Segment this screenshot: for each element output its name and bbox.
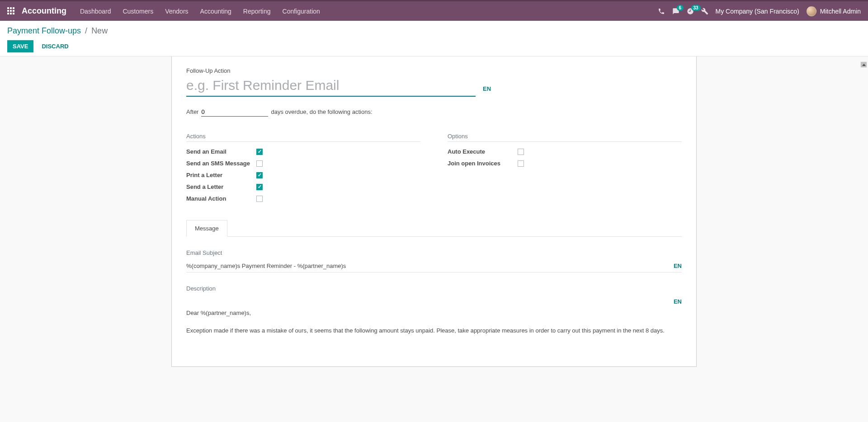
navbar-right: 6 33 My Company (San Francisco) Mitchell… bbox=[658, 6, 861, 16]
form-sheet: Follow-Up Action EN After days overdue, … bbox=[171, 56, 697, 367]
join-invoices-label: Join open Invoices bbox=[448, 160, 518, 167]
auto-execute-label: Auto Execute bbox=[448, 148, 518, 155]
top-navbar: Accounting Dashboard Customers Vendors A… bbox=[0, 0, 868, 21]
send-letter-label: Send a Letter bbox=[186, 183, 256, 190]
save-button[interactable]: SAVE bbox=[7, 40, 33, 52]
manual-action-checkbox[interactable] bbox=[256, 196, 263, 202]
app-brand[interactable]: Accounting bbox=[22, 6, 66, 16]
activities-icon[interactable]: 33 bbox=[687, 8, 694, 15]
followup-action-input[interactable] bbox=[186, 76, 476, 97]
send-letter-checkbox[interactable] bbox=[256, 184, 263, 190]
apps-icon[interactable] bbox=[7, 7, 15, 15]
avatar bbox=[807, 6, 816, 16]
company-selector[interactable]: My Company (San Francisco) bbox=[716, 8, 799, 15]
subject-lang-button[interactable]: EN bbox=[674, 263, 682, 269]
scroll-up-indicator[interactable] bbox=[860, 61, 867, 68]
send-sms-label: Send an SMS Message bbox=[186, 160, 256, 167]
manual-action-label: Manual Action bbox=[186, 195, 256, 202]
phone-icon[interactable] bbox=[658, 8, 665, 15]
debug-icon[interactable] bbox=[701, 8, 708, 15]
send-email-checkbox[interactable] bbox=[256, 149, 263, 155]
description-editor[interactable]: Dear %(partner_name)s, Exception made if… bbox=[186, 309, 682, 336]
main-menu: Dashboard Customers Vendors Accounting R… bbox=[80, 8, 320, 15]
activities-badge: 33 bbox=[691, 5, 701, 11]
title-lang-button[interactable]: EN bbox=[483, 85, 491, 97]
send-sms-checkbox[interactable] bbox=[256, 160, 263, 167]
actions-column: Actions Send an Email Send an SMS Messag… bbox=[186, 133, 420, 207]
messages-badge: 6 bbox=[677, 5, 684, 11]
control-buttons: SAVE DISCARD bbox=[7, 40, 861, 52]
menu-vendors[interactable]: Vendors bbox=[165, 8, 188, 15]
send-email-label: Send an Email bbox=[186, 148, 256, 155]
description-label: Description bbox=[186, 285, 682, 292]
actions-title: Actions bbox=[186, 133, 420, 142]
options-column: Options Auto Execute Join open Invoices bbox=[448, 133, 682, 207]
menu-accounting[interactable]: Accounting bbox=[200, 8, 231, 15]
messages-icon[interactable]: 6 bbox=[672, 8, 679, 15]
days-overdue-input[interactable] bbox=[201, 108, 268, 117]
email-subject-value[interactable]: %(company_name)s Payment Reminder - %(pa… bbox=[186, 263, 674, 269]
email-subject-label: Email Subject bbox=[186, 249, 682, 256]
after-sentence: After days overdue, do the following act… bbox=[186, 108, 682, 117]
breadcrumb-parent[interactable]: Payment Follow-ups bbox=[7, 26, 81, 35]
menu-reporting[interactable]: Reporting bbox=[243, 8, 271, 15]
followup-action-label: Follow-Up Action bbox=[186, 67, 682, 74]
breadcrumb: Payment Follow-ups / New bbox=[7, 26, 861, 36]
tab-message[interactable]: Message bbox=[186, 220, 227, 237]
print-letter-label: Print a Letter bbox=[186, 172, 256, 178]
main-area: Follow-Up Action EN After days overdue, … bbox=[0, 56, 868, 367]
join-invoices-checkbox[interactable] bbox=[518, 160, 524, 167]
tabs: Message bbox=[186, 220, 682, 237]
description-lang-button[interactable]: EN bbox=[674, 298, 682, 305]
auto-execute-checkbox[interactable] bbox=[518, 149, 524, 155]
control-panel: Payment Follow-ups / New SAVE DISCARD bbox=[0, 21, 868, 56]
user-menu[interactable]: Mitchell Admin bbox=[807, 6, 861, 16]
user-name: Mitchell Admin bbox=[820, 8, 861, 15]
print-letter-checkbox[interactable] bbox=[256, 172, 263, 178]
discard-button[interactable]: DISCARD bbox=[39, 40, 71, 52]
menu-dashboard[interactable]: Dashboard bbox=[80, 8, 111, 15]
breadcrumb-current: New bbox=[91, 26, 108, 35]
menu-customers[interactable]: Customers bbox=[123, 8, 154, 15]
options-title: Options bbox=[448, 133, 682, 142]
menu-configuration[interactable]: Configuration bbox=[283, 8, 320, 15]
tab-content: Email Subject %(company_name)s Payment R… bbox=[186, 237, 682, 336]
